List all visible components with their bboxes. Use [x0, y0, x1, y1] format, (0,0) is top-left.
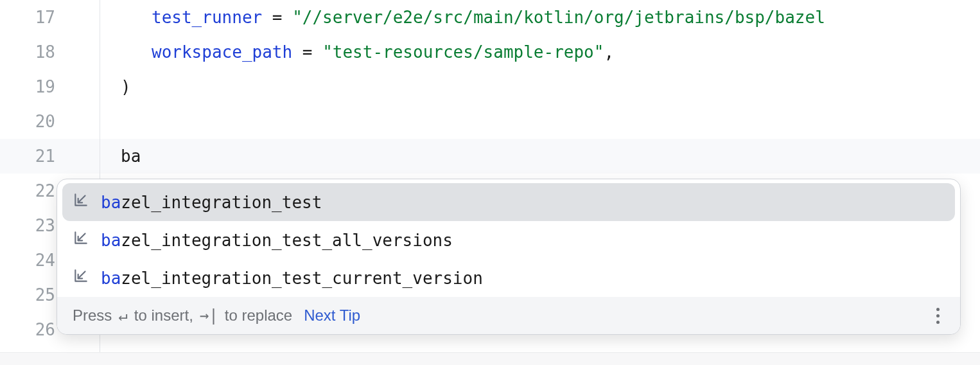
symbol-icon: [73, 185, 89, 220]
code-content[interactable]: ): [77, 69, 980, 104]
token: =: [262, 8, 292, 27]
autocomplete-label: bazel_integration_test_current_version: [101, 261, 483, 296]
autocomplete-footer: Press ↵ to insert, →| to replace Next Ti…: [57, 297, 960, 334]
footer-hint-press: Press: [73, 298, 112, 333]
token: =: [292, 42, 322, 62]
line-number: 17: [0, 0, 77, 35]
autocomplete-label: bazel_integration_test_all_versions: [101, 223, 453, 258]
autocomplete-label: bazel_integration_test: [101, 185, 322, 220]
more-options-icon[interactable]: [931, 308, 945, 324]
line-number: 21: [0, 139, 77, 174]
token: "test-resources/sample-repo": [322, 42, 604, 62]
symbol-icon: [73, 223, 89, 258]
token: workspace_path: [152, 42, 292, 62]
line-number: 20: [0, 104, 77, 139]
code-line[interactable]: 21ba: [0, 139, 980, 174]
code-editor[interactable]: 17test_runner = "//server/e2e/src/main/k…: [0, 0, 980, 365]
code-line[interactable]: 17test_runner = "//server/e2e/src/main/k…: [0, 0, 980, 35]
code-content[interactable]: ba: [77, 139, 980, 174]
footer-hint-replace: to replace: [225, 298, 292, 333]
token: ): [121, 77, 131, 96]
code-line[interactable]: 18workspace_path = "test-resources/sampl…: [0, 35, 980, 69]
autocomplete-popup: bazel_integration_testbazel_integration_…: [57, 179, 961, 335]
token: test_runner: [152, 8, 262, 27]
autocomplete-item[interactable]: bazel_integration_test_current_version: [62, 259, 955, 297]
symbol-icon: [73, 261, 89, 296]
code-content[interactable]: test_runner = "//server/e2e/src/main/kot…: [77, 0, 980, 35]
next-tip-link[interactable]: Next Tip: [304, 298, 360, 333]
code-line[interactable]: 20: [0, 104, 980, 139]
token: ba: [121, 147, 141, 166]
token: "//server/e2e/src/main/kotlin/org/jetbra…: [292, 8, 825, 27]
code-content[interactable]: workspace_path = "test-resources/sample-…: [77, 35, 980, 69]
editor-bottom-strip: [0, 352, 980, 365]
line-number: 19: [0, 69, 77, 104]
line-number: 18: [0, 35, 77, 69]
footer-hint-insert: to insert,: [134, 298, 193, 333]
enter-key-icon: ↵: [118, 298, 127, 333]
autocomplete-item[interactable]: bazel_integration_test_all_versions: [62, 221, 955, 259]
code-line[interactable]: 19): [0, 69, 980, 104]
autocomplete-item[interactable]: bazel_integration_test: [62, 183, 955, 221]
token: ,: [604, 42, 614, 62]
tab-key-icon: →|: [200, 298, 218, 333]
